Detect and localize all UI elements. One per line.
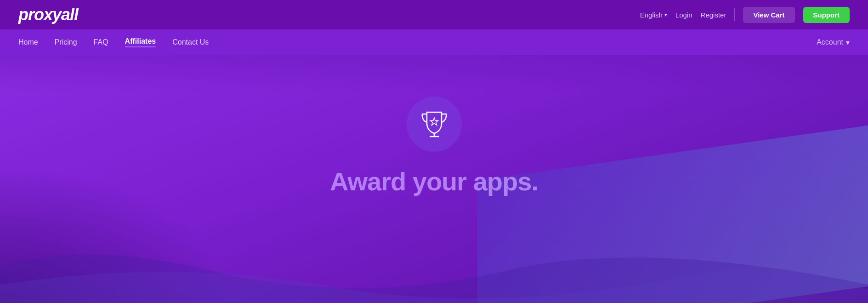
nav-faq[interactable]: FAQ: [94, 38, 108, 46]
hero-wave: [0, 211, 868, 303]
top-bar: proxyall English ▾ Login Register View C…: [0, 0, 868, 29]
support-button[interactable]: Support: [803, 7, 850, 23]
trophy-circle: [407, 97, 462, 152]
trophy-icon: [418, 108, 451, 141]
nav-affiliates[interactable]: Affiliates: [125, 37, 156, 47]
nav-links: Home Pricing FAQ Affiliates Contact Us: [18, 37, 209, 47]
language-label: English: [640, 11, 663, 19]
hero-section: Award your apps.: [0, 55, 868, 303]
divider: [734, 8, 735, 21]
account-button[interactable]: Account ▾: [817, 38, 850, 47]
svg-marker-2: [430, 118, 438, 125]
view-cart-button[interactable]: View Cart: [743, 7, 794, 23]
logo: proxyall: [18, 5, 78, 24]
nav-pricing[interactable]: Pricing: [55, 38, 77, 46]
account-label: Account: [817, 38, 843, 46]
chevron-down-icon: ▾: [664, 12, 667, 18]
language-selector[interactable]: English ▾: [640, 11, 667, 19]
chevron-down-icon: ▾: [846, 38, 850, 47]
top-bar-right: English ▾ Login Register View Cart Suppo…: [640, 7, 850, 23]
register-link[interactable]: Register: [701, 11, 726, 19]
hero-tagline: Award your apps.: [330, 166, 538, 196]
hero-content: Award your apps.: [0, 55, 868, 196]
nav-home[interactable]: Home: [18, 38, 38, 46]
login-link[interactable]: Login: [675, 11, 692, 19]
nav-bar: Home Pricing FAQ Affiliates Contact Us A…: [0, 29, 868, 55]
nav-contact-us[interactable]: Contact Us: [172, 38, 209, 46]
